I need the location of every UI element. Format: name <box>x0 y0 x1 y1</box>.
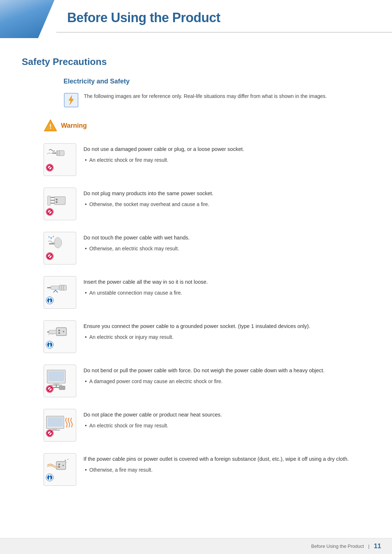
svg-rect-30 <box>59 285 66 290</box>
note-icon <box>64 93 79 108</box>
safety-item-icon <box>44 320 76 353</box>
safety-item-main-text: Do not bend or pull the power cable with… <box>83 367 370 375</box>
svg-text:!: ! <box>49 123 52 130</box>
svg-rect-44 <box>49 330 56 334</box>
safety-item-icon <box>44 453 76 486</box>
safety-item: Do not plug many products into the same … <box>44 188 370 220</box>
safety-item: Insert the power cable all the way in so… <box>44 276 370 309</box>
svg-rect-40 <box>56 328 66 336</box>
safety-item-main-text: Do not touch the power cable with wet ha… <box>83 234 370 242</box>
note-area: The following images are for reference o… <box>64 93 370 108</box>
safety-item-icon <box>44 276 76 309</box>
page-title: Before Using the Product <box>67 10 220 25</box>
subsection-title: Electricity and Safety <box>64 78 370 85</box>
warning-label: Warning <box>61 122 87 130</box>
page-number: 11 <box>374 542 381 550</box>
warning-icon: ! <box>44 119 57 132</box>
svg-rect-62 <box>48 417 63 427</box>
svg-point-42 <box>58 332 60 334</box>
svg-point-38 <box>49 298 50 299</box>
safety-item-sub-text: An unstable connection may cause a fire. <box>83 289 370 297</box>
note-text: The following images are for reference o… <box>84 93 327 100</box>
safety-item-sub-text: A damaged power cord may cause an electr… <box>83 378 370 385</box>
svg-point-41 <box>58 330 60 332</box>
safety-item-icon <box>44 143 76 176</box>
section-title: Safety Precautions <box>22 56 370 67</box>
svg-point-74 <box>68 459 69 460</box>
svg-rect-11 <box>54 197 65 205</box>
safety-item-icon <box>44 409 76 442</box>
safety-item-content: Do not bend or pull the power cable with… <box>83 365 370 385</box>
safety-item-main-text: Do not place the power cable or product … <box>83 411 370 419</box>
safety-item-sub-text: Otherwise, the socket may overheat and c… <box>83 201 370 208</box>
safety-item-sub-text: Otherwise, an electric shock may result. <box>83 245 370 253</box>
safety-item: Do not touch the power cable with wet ha… <box>44 232 370 264</box>
safety-item-sub-text: An electric shock or fire may result. <box>83 422 370 430</box>
svg-point-73 <box>65 460 66 461</box>
safety-item-content: Ensure you connect the power cable to a … <box>83 320 370 341</box>
svg-point-48 <box>49 342 50 344</box>
safety-item-main-text: Do not use a damaged power cable or plug… <box>83 145 370 153</box>
safety-item-main-text: If the power cable pins or power outlet … <box>83 455 370 463</box>
svg-rect-52 <box>53 383 59 385</box>
safety-item-main-text: Insert the power cable all the way in so… <box>83 278 370 286</box>
svg-point-13 <box>56 201 58 203</box>
safety-item-main-text: Ensure you connect the power cable to a … <box>83 323 370 331</box>
svg-point-75 <box>66 462 67 463</box>
svg-point-23 <box>50 237 52 239</box>
svg-point-78 <box>49 475 50 476</box>
safety-item-icon <box>44 365 76 397</box>
safety-item: Ensure you connect the power cable to a … <box>44 320 370 353</box>
safety-item-sub-text: An electric shock or fire may result. <box>83 156 370 164</box>
svg-point-70 <box>58 464 60 465</box>
safety-item-sub-text: Otherwise, a fire may result. <box>83 466 370 474</box>
safety-item-content: If the power cable pins or power outlet … <box>83 453 370 474</box>
svg-point-43 <box>63 331 64 332</box>
safety-item-icon <box>44 232 76 264</box>
svg-point-12 <box>56 199 58 201</box>
safety-item: Do not bend or pull the power cable with… <box>44 365 370 397</box>
safety-item-content: Do not place the power cable or product … <box>83 409 370 430</box>
footer-text: Before Using the Product <box>311 543 364 549</box>
svg-rect-51 <box>48 371 64 381</box>
svg-rect-79 <box>49 477 50 480</box>
svg-rect-56 <box>59 386 65 390</box>
page-footer: Before Using the Product | 11 <box>0 538 392 554</box>
safety-item: Do not place the power cable or product … <box>44 409 370 442</box>
svg-rect-69 <box>56 461 66 469</box>
svg-rect-39 <box>49 300 50 303</box>
safety-item-content: Do not use a damaged power cable or plug… <box>83 143 370 164</box>
safety-item: If the power cable pins or power outlet … <box>44 453 370 486</box>
svg-point-72 <box>62 465 64 466</box>
warning-banner: ! Warning <box>44 119 370 132</box>
svg-point-24 <box>53 236 54 238</box>
safety-item-content: Insert the power cable all the way in so… <box>83 276 370 297</box>
safety-item-sub-text: An electric shock or injury may result. <box>83 333 370 341</box>
safety-item-icon <box>44 188 76 220</box>
safety-item: Do not use a damaged power cable or plug… <box>44 143 370 176</box>
svg-rect-63 <box>52 428 57 430</box>
svg-rect-34 <box>51 286 59 290</box>
svg-point-25 <box>49 236 50 238</box>
svg-rect-17 <box>48 196 50 205</box>
safety-item-content: Do not plug many products into the same … <box>83 188 370 208</box>
safety-item-main-text: Do not plug many products into the same … <box>83 190 370 198</box>
svg-rect-49 <box>49 344 50 347</box>
safety-item-content: Do not touch the power cable with wet ha… <box>83 232 370 253</box>
safety-items-list: Do not use a damaged power cable or plug… <box>44 143 370 486</box>
